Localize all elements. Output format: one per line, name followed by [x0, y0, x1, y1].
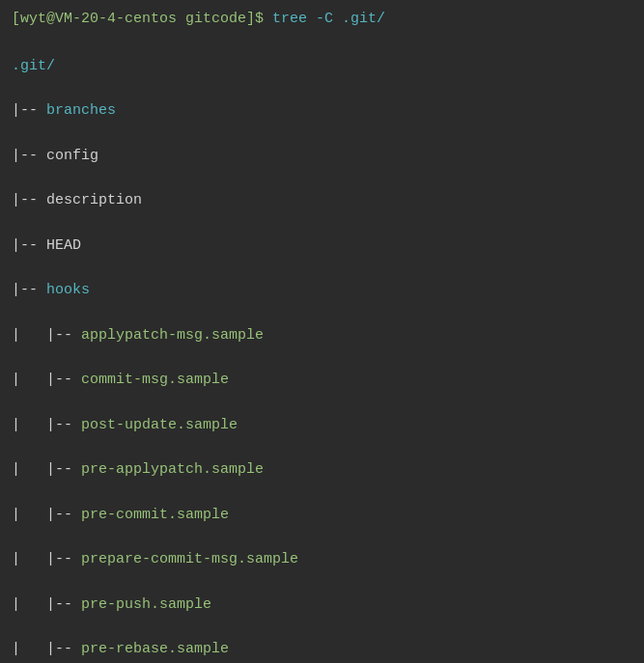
tree-pre-applypatch: | |-- pre-applypatch.sample — [12, 458, 632, 481]
tree-output: .git/ |-- branches |-- config |-- descri… — [12, 32, 632, 663]
tree-post-update: | |-- post-update.sample — [12, 414, 632, 436]
tree-applypatch: | |-- applypatch-msg.sample — [12, 324, 632, 346]
tree-pre-rebase: | |-- pre-rebase.sample — [12, 638, 632, 660]
tree-description: |-- description — [12, 189, 632, 211]
tree-commit-msg: | |-- commit-msg.sample — [12, 369, 632, 391]
tree-pre-push: | |-- pre-push.sample — [12, 594, 632, 616]
tree-branches: |-- branches — [12, 99, 632, 122]
tree-pre-commit: | |-- pre-commit.sample — [12, 504, 632, 526]
root-line: .git/ — [12, 55, 632, 77]
tree-config: |-- config — [12, 145, 632, 167]
tree-hooks: |-- hooks — [12, 279, 632, 301]
prompt-text: [wyt@VM-20-4-centos gitcode]$ tree -C .g… — [12, 11, 385, 27]
tree-head: |-- HEAD — [12, 235, 632, 257]
prompt-line: [wyt@VM-20-4-centos gitcode]$ tree -C .g… — [12, 8, 632, 30]
tree-prepare-commit: | |-- prepare-commit-msg.sample — [12, 548, 632, 570]
terminal-window: [wyt@VM-20-4-centos gitcode]$ tree -C .g… — [12, 8, 632, 663]
